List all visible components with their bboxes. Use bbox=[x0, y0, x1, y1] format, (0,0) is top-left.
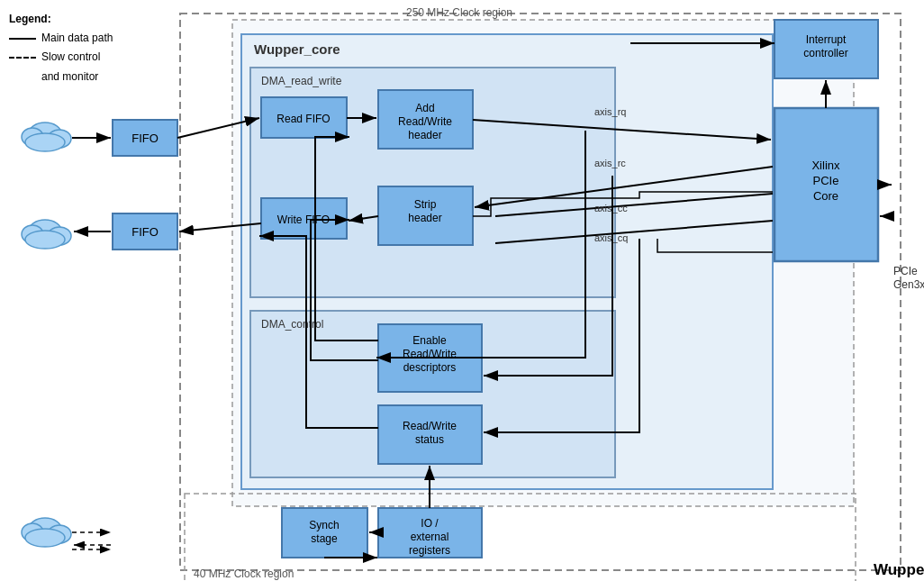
xilinx-label3: Core bbox=[813, 189, 838, 203]
write-fifo-label: Write FIFO bbox=[277, 213, 330, 226]
read-fifo-block bbox=[261, 97, 347, 138]
legend-monitor-label: and monitor bbox=[41, 68, 113, 86]
dma-ctrl-label: DMA_control bbox=[261, 318, 323, 331]
xilinx-label1: Xilinx bbox=[811, 159, 840, 172]
add-header-label3: header bbox=[408, 129, 441, 141]
svg-point-3 bbox=[22, 128, 43, 146]
axis-cq-line bbox=[495, 221, 773, 243]
clock40-label: 40 MHz Clock region bbox=[194, 567, 294, 580]
legend-title: Legend: bbox=[9, 11, 113, 28]
synch-stage-block bbox=[282, 508, 367, 558]
pcie-label2: Gen3x8 bbox=[893, 278, 924, 291]
legend: Legend: Main data path Slow control and … bbox=[9, 11, 113, 86]
xilinx-block bbox=[775, 108, 878, 261]
dashed-line-icon bbox=[9, 57, 36, 59]
solid-line-icon bbox=[9, 38, 36, 40]
add-header-label2: Read/Write bbox=[398, 115, 452, 128]
synch-stage-label1: Synch bbox=[309, 519, 339, 531]
diagram-container: Legend: Main data path Slow control and … bbox=[0, 0, 924, 581]
axis-cq-label: axis_cq bbox=[594, 232, 628, 243]
wupper-core-label: Wupper_core bbox=[254, 41, 340, 57]
legend-slow-control: Slow control bbox=[9, 49, 113, 66]
svg-point-5 bbox=[25, 133, 65, 151]
cloud-top-right bbox=[22, 123, 71, 151]
axis-rq-label: axis_rq bbox=[594, 106, 626, 117]
fifo-bottom-label: FIFO bbox=[131, 225, 159, 239]
write-fifo-block bbox=[261, 198, 347, 239]
add-header-to-xilinx-arrow bbox=[473, 120, 771, 140]
strip-header-label2: header bbox=[408, 212, 441, 224]
strip-header-block bbox=[378, 186, 473, 245]
clock250-label: 250 MHz Clock region bbox=[406, 6, 512, 19]
fifo-top-to-read-fifo-arrow bbox=[177, 118, 259, 138]
wupper-core-box bbox=[241, 34, 773, 489]
svg-point-7 bbox=[22, 225, 43, 243]
dma-rw-label: DMA_read_write bbox=[261, 75, 342, 87]
xilinx-to-strip-header-arrow bbox=[475, 167, 773, 207]
strip-to-write-fifo-arrow bbox=[349, 216, 378, 221]
interrupt-label1: Interrupt bbox=[806, 33, 847, 46]
svg-point-10 bbox=[29, 518, 61, 540]
fifo-top-block bbox=[113, 120, 177, 156]
io-label1: IO / bbox=[421, 517, 439, 530]
cloud-40mhz bbox=[22, 518, 71, 547]
dma-rw-box bbox=[250, 68, 615, 297]
add-header-block bbox=[378, 90, 473, 149]
axis-cc-label: axis_cc bbox=[594, 203, 628, 213]
svg-point-12 bbox=[48, 525, 71, 543]
pcie-label1: PCIe bbox=[893, 265, 918, 277]
wupper-outer-box bbox=[180, 14, 901, 570]
cq-route bbox=[657, 239, 773, 252]
rq-to-enable-arrow bbox=[376, 131, 585, 358]
strip-header-label1: Strip bbox=[414, 198, 437, 211]
enable-rw-label3: descriptors bbox=[403, 361, 457, 374]
clock250-box bbox=[232, 20, 854, 506]
rw-status-label2: status bbox=[415, 433, 444, 446]
diagram-svg: Wupper 250 MHz Clock region Wupper_core … bbox=[0, 0, 924, 581]
io-block bbox=[378, 508, 482, 558]
status-feedback-arrow bbox=[259, 236, 378, 428]
rc-to-enable-arrow bbox=[484, 176, 612, 376]
enable-to-read-fifo-arrow bbox=[315, 137, 378, 340]
enable-rw-label1: Enable bbox=[412, 334, 447, 347]
add-header-label1: Add bbox=[415, 102, 434, 114]
axis-cc-line bbox=[495, 194, 773, 216]
svg-point-6 bbox=[29, 220, 61, 241]
synch-stage-label2: stage bbox=[311, 532, 338, 545]
rw-status-label1: Read/Write bbox=[403, 420, 457, 432]
write-fifo-to-fifo-bottom-arrow bbox=[179, 223, 261, 231]
rw-status-block bbox=[378, 405, 482, 464]
svg-point-9 bbox=[25, 231, 65, 249]
svg-point-2 bbox=[29, 123, 61, 144]
cloud-bottom bbox=[22, 220, 71, 249]
interrupt-block bbox=[775, 20, 878, 78]
legend-slow-label: Slow control bbox=[41, 49, 100, 66]
cc-to-status-arrow bbox=[484, 239, 639, 432]
strip-to-xilinx-cc bbox=[473, 192, 773, 216]
enable-rw-label2: Read/Write bbox=[403, 348, 457, 360]
axis-rc-label: axis_rc bbox=[594, 158, 626, 168]
io-label3: registers bbox=[409, 544, 450, 557]
interrupt-label2: controller bbox=[803, 47, 847, 59]
legend-main-label: Main data path bbox=[41, 30, 113, 47]
enable-rw-block bbox=[378, 324, 482, 392]
fifo-bottom-block bbox=[113, 213, 177, 250]
svg-point-11 bbox=[22, 523, 43, 541]
wupper-label: Wupper bbox=[874, 561, 924, 578]
legend-main-path: Main data path bbox=[9, 30, 113, 47]
svg-point-4 bbox=[48, 130, 71, 148]
clock40-box bbox=[185, 494, 856, 581]
svg-point-8 bbox=[48, 227, 71, 245]
svg-point-13 bbox=[25, 529, 65, 547]
io-label2: external bbox=[411, 531, 449, 543]
dma-ctrl-box bbox=[250, 311, 615, 477]
enable-to-write-fifo-arrow bbox=[311, 220, 378, 360]
read-fifo-label: Read FIFO bbox=[276, 113, 330, 125]
fifo-top-label: FIFO bbox=[131, 132, 159, 145]
xilinx-label2: PCIe bbox=[813, 174, 839, 187]
